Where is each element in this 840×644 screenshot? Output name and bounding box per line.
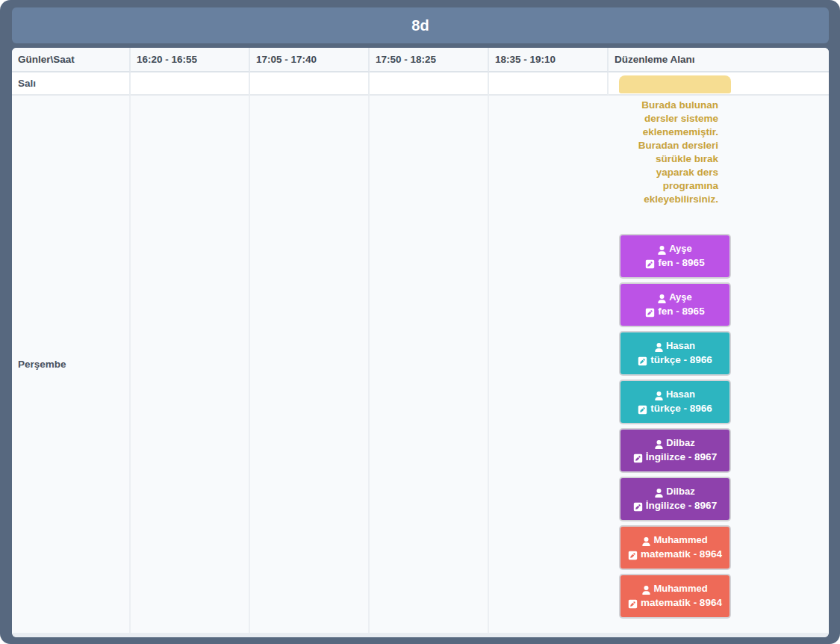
edit-icon bbox=[638, 354, 647, 368]
edit-icon bbox=[628, 548, 638, 562]
lesson-card[interactable]: Dilbaz İngilizce - 8967 bbox=[619, 477, 731, 521]
lesson-card[interactable]: Hasan türkçe - 8966 bbox=[619, 331, 731, 376]
app-window: 8d Günler\Saat 16:20 - 16:55 17:05 - 17:… bbox=[0, 0, 840, 644]
user-icon bbox=[655, 486, 663, 499]
time-slot-cell[interactable] bbox=[131, 96, 250, 633]
card-teacher-name: Ayşe bbox=[669, 291, 692, 303]
user-icon bbox=[658, 291, 666, 305]
edit-icon bbox=[633, 500, 643, 513]
time-slot-cell[interactable] bbox=[489, 72, 609, 96]
class-title: 8d bbox=[411, 17, 429, 34]
card-subject-label: matematik - 8964 bbox=[641, 597, 722, 608]
header-days-hours: Günler\Saat bbox=[12, 48, 131, 72]
header-timeslot-2: 17:05 - 17:40 bbox=[250, 48, 370, 72]
timetable: Günler\Saat 16:20 - 16:55 17:05 - 17:40 … bbox=[12, 48, 829, 637]
card-teacher-name: Dilbaz bbox=[666, 437, 694, 448]
card-subject-label: türkçe - 8966 bbox=[650, 403, 712, 414]
card-subject-label: İngilizce - 8967 bbox=[646, 500, 717, 511]
card-teacher-name: Hasan bbox=[666, 388, 695, 400]
day-label-thursday: Perşembe bbox=[12, 96, 131, 633]
table-footer-strip bbox=[12, 633, 829, 637]
card-teacher-name: Muhammed bbox=[653, 583, 707, 594]
editing-area: Burada bulunan dersler sisteme eklenemem… bbox=[609, 96, 829, 633]
time-slot-cell[interactable] bbox=[250, 72, 370, 96]
user-icon bbox=[642, 534, 650, 548]
user-icon bbox=[642, 583, 650, 596]
card-subject-label: fen - 8965 bbox=[658, 306, 704, 317]
class-title-bar: 8d bbox=[12, 7, 829, 43]
header-timeslot-4: 18:35 - 19:10 bbox=[489, 48, 609, 72]
header-timeslot-1: 16:20 - 16:55 bbox=[131, 48, 250, 72]
card-teacher-name: Ayşe bbox=[669, 243, 692, 254]
edit-icon bbox=[645, 257, 655, 270]
user-icon bbox=[655, 437, 663, 451]
time-slot-cell[interactable] bbox=[131, 72, 250, 96]
drag-drop-instructions: Burada bulunan dersler sisteme eklenemem… bbox=[619, 99, 731, 206]
edit-icon bbox=[628, 597, 638, 610]
card-subject-label: fen - 8965 bbox=[658, 257, 704, 268]
time-slot-cell[interactable] bbox=[370, 96, 489, 633]
card-subject-label: İngilizce - 8967 bbox=[646, 451, 717, 462]
time-slot-cell[interactable] bbox=[489, 96, 609, 633]
time-slot-cell[interactable] bbox=[370, 72, 489, 96]
lesson-card[interactable]: Hasan türkçe - 8966 bbox=[619, 380, 731, 424]
edit-icon bbox=[645, 306, 655, 319]
header-timeslot-3: 17:50 - 18:25 bbox=[370, 48, 489, 72]
user-icon bbox=[658, 243, 666, 256]
row-thursday: Perşembe Burada bulunan dersler sisteme … bbox=[12, 96, 829, 633]
timetable-header-row: Günler\Saat 16:20 - 16:55 17:05 - 17:40 … bbox=[12, 48, 829, 72]
card-subject-label: türkçe - 8966 bbox=[650, 354, 712, 365]
lesson-card[interactable]: Muhammed matematik - 8964 bbox=[619, 525, 731, 570]
lesson-card[interactable]: Ayşe fen - 8965 bbox=[619, 234, 731, 279]
lesson-card[interactable]: Dilbaz İngilizce - 8967 bbox=[619, 428, 731, 473]
lesson-card-list: Ayşe fen - 8965 Ayşe fen - 8965 Hasan tü… bbox=[619, 234, 731, 619]
lesson-card[interactable]: Ayşe fen - 8965 bbox=[619, 282, 731, 327]
time-slot-cell[interactable] bbox=[250, 96, 370, 633]
header-editing-area: Düzenleme Alanı bbox=[609, 48, 829, 72]
lesson-card[interactable]: Muhammed matematik - 8964 bbox=[619, 574, 731, 619]
edit-icon bbox=[638, 403, 647, 416]
user-icon bbox=[655, 340, 663, 353]
day-label-tuesday: Salı bbox=[12, 72, 131, 96]
edit-icon bbox=[633, 451, 643, 465]
card-teacher-name: Hasan bbox=[666, 340, 695, 351]
user-icon bbox=[655, 388, 663, 402]
card-teacher-name: Muhammed bbox=[653, 534, 707, 545]
card-teacher-name: Dilbaz bbox=[666, 486, 694, 497]
note-header-strip bbox=[619, 75, 731, 93]
card-subject-label: matematik - 8964 bbox=[641, 548, 722, 560]
